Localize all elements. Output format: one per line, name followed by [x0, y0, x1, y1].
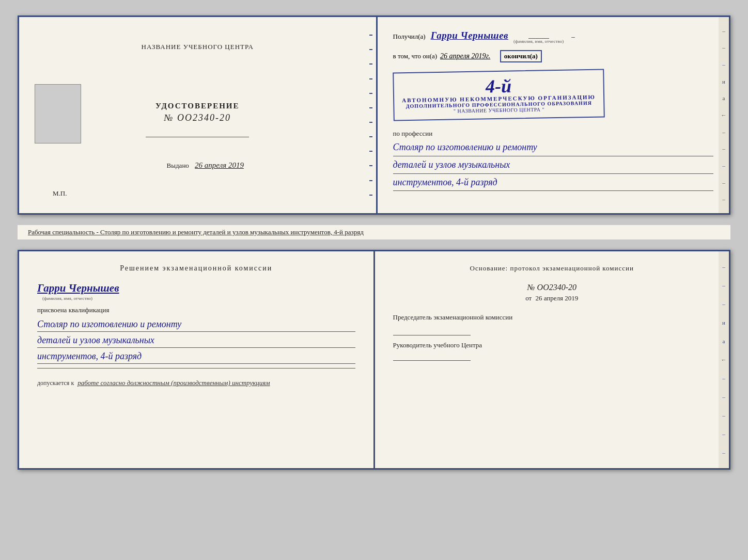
photo-placeholder — [35, 84, 81, 143]
right-edge-right: – – – и а ← – – – – – — [719, 17, 729, 213]
doc1-left-page: НАЗВАНИЕ УЧЕБНОГО ЦЕНТРА УДОСТОВЕРЕНИЕ №… — [19, 17, 378, 213]
issued-date: 26 апреля 2019 — [195, 161, 244, 169]
stamp-block: 4-й АВТОНОМНУЮ НЕКОММЕРЧЕСКУЮ ОРГАНИЗАЦИ… — [393, 69, 604, 121]
doc2-right-page: Основание: протокол экзаменационной коми… — [375, 251, 729, 468]
signature-line-1 — [146, 137, 249, 137]
profession-label: по профессии — [393, 130, 714, 138]
right-edge-decoration — [367, 17, 379, 213]
protocol-date-prefix: от — [525, 294, 532, 302]
document-row-2: Решением экзаменационной комиссии Гарри … — [18, 250, 730, 470]
director-sig-line — [393, 360, 471, 361]
director-label: Руководитель учебного Центра — [393, 341, 711, 350]
allowed-text: работе согласно должностным (производств… — [77, 379, 270, 387]
date-value: 26 апреля 2019г. — [440, 52, 490, 60]
protocol-date-value: 26 апреля 2019 — [535, 294, 578, 302]
date-prefix: в том, что он(а) — [393, 52, 438, 60]
chairman-sig-line — [393, 335, 471, 335]
doc1-right-page: Получил(а) Гарри Чернышев (фамилия, имя,… — [378, 17, 729, 213]
chairman-label: Председатель экзаменационной комиссии — [393, 313, 711, 322]
dash1: – — [571, 33, 575, 41]
right-edge-doc2: – – – и а ← – – – – – — [719, 251, 729, 468]
recipient-name: Гарри Чернышев — [431, 30, 508, 41]
finished-label: окончил(а) — [500, 50, 542, 62]
doc1-school-title: НАЗВАНИЕ УЧЕБНОГО ЦЕНТРА — [142, 43, 254, 51]
profession-line2: деталей и узлов музыкальных — [393, 157, 714, 174]
recipient-sublabel: (фамилия, имя, отчество) — [513, 39, 564, 44]
caption: Рабочая специальность - Столяр по изгото… — [18, 225, 730, 239]
date-line: в том, что он(а) 26 апреля 2019г. окончи… — [393, 50, 714, 62]
issued-line: Выдано 26 апреля 2019 — [167, 162, 244, 169]
decision-title: Решением экзаменационной комиссии — [37, 264, 355, 273]
mp-label: М.П. — [37, 189, 67, 198]
doc2-left-page: Решением экзаменационной комиссии Гарри … — [19, 251, 375, 468]
person-sublabel-2: (фамилия, имя, отчество) — [42, 296, 355, 301]
profession-line3: инструментов, 4-й разряд — [393, 175, 714, 191]
qual-line2: деталей и узлов музыкальных — [37, 333, 355, 348]
person-name-2: Гарри Чернышев — [37, 282, 355, 295]
qual-line1: Столяр по изготовлению и ремонту — [37, 317, 355, 332]
protocol-date: от 26 апреля 2019 — [393, 294, 711, 302]
recipient-prefix: Получил(а) — [393, 33, 426, 41]
basis-title: Основание: протокол экзаменационной коми… — [393, 264, 711, 273]
qual-label: присвоена квалификация — [37, 306, 355, 314]
cert-number: № OO2340-20 — [37, 113, 358, 123]
allowed-line: допускается к работе согласно должностны… — [37, 379, 355, 387]
recipient-line: Получил(а) Гарри Чернышев (фамилия, имя,… — [393, 30, 714, 44]
cert-label: УДОСТОВЕРЕНИЕ — [37, 102, 358, 110]
profession-text: Столяр по изготовлению и ремонту деталей… — [393, 140, 714, 191]
document-row-1: НАЗВАНИЕ УЧЕБНОГО ЦЕНТРА УДОСТОВЕРЕНИЕ №… — [18, 15, 730, 215]
protocol-number: № OO2340-20 — [393, 283, 711, 292]
profession-line1: Столяр по изготовлению и ремонту — [393, 140, 714, 156]
qual-line3: инструментов, 4-й разряд — [37, 349, 355, 364]
